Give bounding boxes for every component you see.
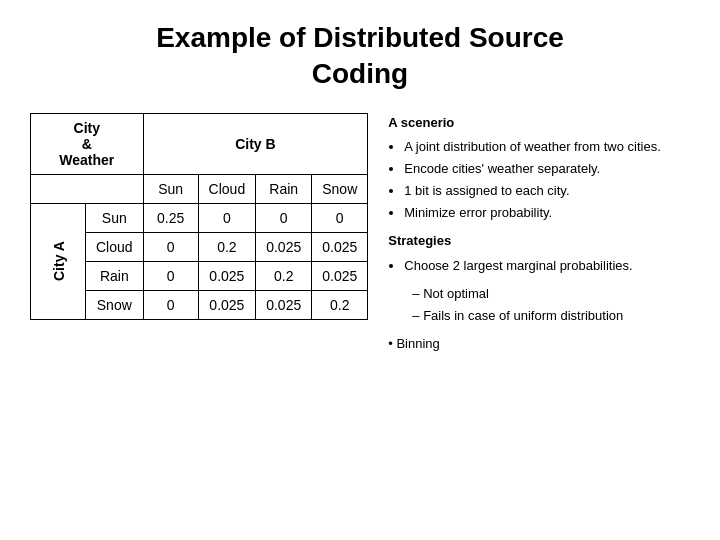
content-area: City&Weather City B Sun Cloud Rain Snow … (30, 113, 690, 520)
cell-cloud-cloud: 0.2 (198, 232, 256, 261)
cell-snow-cloud: 0.025 (198, 290, 256, 319)
col-header-sun: Sun (143, 174, 198, 203)
cell-rain-sun: 0 (143, 261, 198, 290)
strategies-title: Strategies (388, 231, 690, 251)
list-item: Not optimal (412, 284, 690, 304)
strategies-bullets: Choose 2 largest marginal probabilities. (388, 256, 690, 276)
table-section: City&Weather City B Sun Cloud Rain Snow … (30, 113, 368, 520)
list-item: Minimize error probability. (404, 203, 690, 223)
cell-sun-sun: 0.25 (143, 203, 198, 232)
row-header-rain: Rain (86, 261, 144, 290)
cell-rain-snow: 0.025 (312, 261, 368, 290)
cell-sun-rain: 0 (256, 203, 312, 232)
cell-cloud-snow: 0.025 (312, 232, 368, 261)
cell-snow-rain: 0.025 (256, 290, 312, 319)
cell-cloud-rain: 0.025 (256, 232, 312, 261)
cell-snow-sun: 0 (143, 290, 198, 319)
scenario-section: A scenerio A joint distribution of weath… (388, 113, 690, 520)
cell-sun-cloud: 0 (198, 203, 256, 232)
cell-rain-cloud: 0.025 (198, 261, 256, 290)
col-header-snow: Snow (312, 174, 368, 203)
binning-item: • Binning (388, 334, 690, 354)
page-title: Example of Distributed Source Coding (30, 20, 690, 93)
scenario-bullets: A joint distribution of weather from two… (388, 137, 690, 224)
col-header-rain: Rain (256, 174, 312, 203)
row-header-sun: Sun (86, 203, 144, 232)
city-weather-header: City&Weather (31, 113, 144, 174)
row-header-snow: Snow (86, 290, 144, 319)
table-row: City A Sun 0.25 0 0 0 (31, 203, 368, 232)
city-a-label: City A (31, 203, 86, 319)
row-header-cloud: Cloud (86, 232, 144, 261)
col-header-cloud: Cloud (198, 174, 256, 203)
cell-rain-rain: 0.2 (256, 261, 312, 290)
scenario-title: A scenerio (388, 113, 690, 133)
list-item: Choose 2 largest marginal probabilities. (404, 256, 690, 276)
city-b-header: City B (143, 113, 368, 174)
cell-snow-snow: 0.2 (312, 290, 368, 319)
cell-cloud-sun: 0 (143, 232, 198, 261)
empty-corner (31, 174, 144, 203)
dash-items: Not optimal Fails in case of uniform dis… (388, 284, 690, 326)
list-item: Encode cities' weather separately. (404, 159, 690, 179)
page: Example of Distributed Source Coding Cit… (0, 0, 720, 540)
list-item: A joint distribution of weather from two… (404, 137, 690, 157)
list-item: Fails in case of uniform distribution (412, 306, 690, 326)
distribution-table: City&Weather City B Sun Cloud Rain Snow … (30, 113, 368, 320)
list-item: 1 bit is assigned to each city. (404, 181, 690, 201)
cell-sun-snow: 0 (312, 203, 368, 232)
